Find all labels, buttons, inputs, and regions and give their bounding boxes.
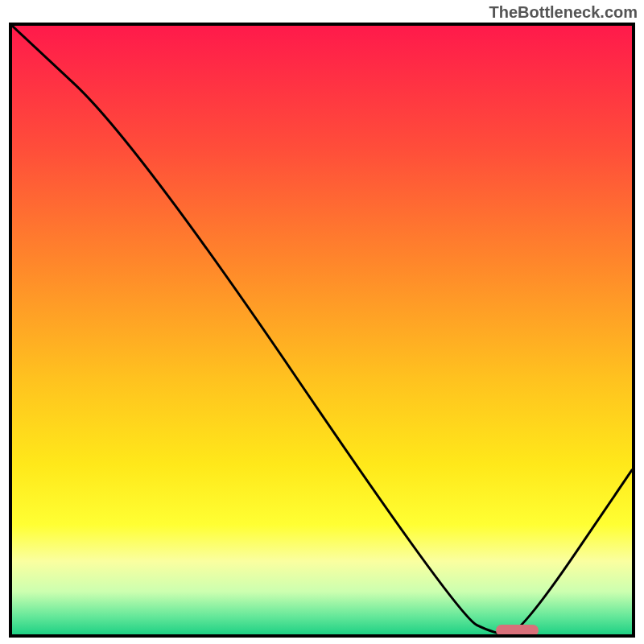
watermark-text: TheBottleneck.com [489, 3, 638, 22]
optimal-range-marker [496, 625, 539, 636]
bottleneck-curve [12, 26, 632, 634]
chart-frame [9, 23, 635, 638]
